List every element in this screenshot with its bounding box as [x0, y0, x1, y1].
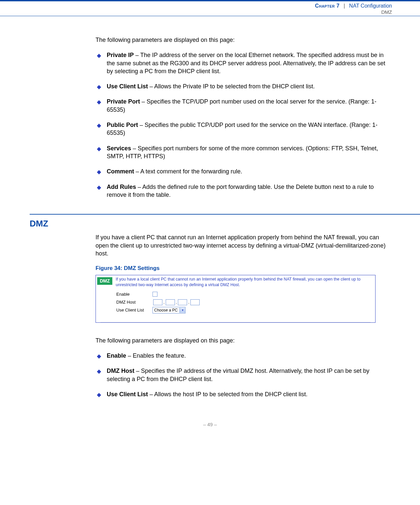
header-subtitle: DMZ — [315, 9, 392, 15]
param-term: Private IP — [107, 52, 134, 58]
field-label-dmz-host: DMZ Host — [116, 299, 153, 305]
param-term: Public Port — [107, 122, 138, 128]
list-item: ◆ Enable – Enables the feature. — [96, 352, 390, 360]
param-desc: – Specifies the TCP/UDP port number used… — [107, 98, 377, 113]
page-number: – 49 – — [0, 421, 420, 428]
diamond-bullet-icon: ◆ — [97, 184, 101, 192]
param-desc: – Enables the feature. — [126, 352, 186, 359]
diamond-bullet-icon: ◆ — [97, 168, 101, 176]
ip-octet-2[interactable] — [166, 299, 175, 305]
param-desc: – A text comment for the forwarding rule… — [134, 168, 242, 175]
list-item: ◆ Comment – A text comment for the forwa… — [96, 167, 390, 175]
figure-fields: Enable DMZ Host . . . Use Client List Ch… — [96, 290, 375, 320]
param-desc: – The IP address of the server on the lo… — [107, 52, 385, 74]
figure-inner-divider — [100, 322, 371, 322]
document-page: Chapter 7 | NAT Configuration DMZ The fo… — [0, 0, 420, 441]
list-item: ◆ Private Port – Specifies the TCP/UDP p… — [96, 98, 390, 114]
list-item: ◆ Add Rules – Adds the defined rule to t… — [96, 183, 390, 199]
section-divider — [30, 214, 420, 215]
page-header-text: Chapter 7 | NAT Configuration DMZ — [315, 3, 392, 15]
chevron-down-icon: ▾ — [180, 308, 185, 313]
list-item: ◆ DMZ Host – Specifies the IP address of… — [96, 367, 390, 383]
ip-octet-3[interactable] — [178, 299, 187, 305]
chapter-label: Chapter 7 — [315, 3, 340, 9]
list-item: ◆ Use Client List – Allows the host IP t… — [96, 390, 390, 398]
ip-octet-4[interactable] — [190, 299, 200, 305]
ip-octet-1[interactable] — [153, 299, 162, 305]
select-value: Choose a PC — [154, 308, 178, 313]
diamond-bullet-icon: ◆ — [97, 368, 101, 375]
section-heading-dmz: DMZ — [30, 218, 420, 229]
param-term: DMZ Host — [107, 368, 134, 374]
param-desc: – Allows the Private IP to be selected f… — [148, 83, 315, 90]
header-sep: | — [344, 3, 345, 9]
param-term: Use Client List — [107, 391, 148, 398]
figure-caption: Figure 34: DMZ Settings — [96, 265, 390, 272]
enable-checkbox[interactable] — [153, 292, 157, 297]
figure-dmz-settings: DMZ If you have a local client PC that c… — [96, 275, 376, 323]
param-desc: – Specifies port numbers for some of the… — [107, 145, 378, 160]
param-desc: – Specifies the IP address of the virtua… — [107, 368, 369, 382]
field-label-enable: Enable — [116, 291, 153, 297]
dot-icon: . — [176, 299, 177, 305]
param-term: Use Client List — [107, 83, 148, 90]
diamond-bullet-icon: ◆ — [97, 52, 101, 60]
page-header-bar: Chapter 7 | NAT Configuration DMZ — [0, 0, 420, 16]
diamond-bullet-icon: ◆ — [97, 99, 101, 106]
list-item: ◆ Private IP – The IP address of the ser… — [96, 51, 390, 75]
param-term: Add Rules — [107, 184, 136, 190]
diamond-bullet-icon: ◆ — [97, 145, 101, 153]
intro-paragraph-2: The following parameters are displayed o… — [96, 337, 390, 344]
field-label-use-client: Use Client List — [116, 307, 153, 313]
chapter-title: NAT Configuration — [349, 3, 392, 9]
intro-paragraph-1: The following parameters are displayed o… — [96, 36, 390, 44]
list-item: ◆ Services – Specifies port numbers for … — [96, 144, 390, 161]
diamond-bullet-icon: ◆ — [97, 122, 101, 130]
param-desc: – Specifies the public TCP/UDP port used… — [107, 122, 378, 136]
section-paragraph: If you have a client PC that cannot run … — [96, 233, 390, 257]
client-list-select[interactable]: Choose a PC ▾ — [153, 307, 185, 313]
dmz-badge: DMZ — [97, 277, 112, 285]
param-term: Enable — [107, 352, 126, 359]
param-desc: – Adds the defined rule to the port forw… — [107, 184, 374, 198]
diamond-bullet-icon: ◆ — [97, 353, 101, 360]
parameter-list-1: ◆ Private IP – The IP address of the ser… — [96, 51, 390, 199]
param-term: Services — [107, 145, 131, 152]
diamond-bullet-icon: ◆ — [97, 391, 101, 399]
dot-icon: . — [188, 299, 189, 305]
list-item: ◆ Use Client List – Allows the Private I… — [96, 82, 390, 90]
param-term: Comment — [107, 168, 134, 175]
diamond-bullet-icon: ◆ — [97, 83, 101, 91]
param-desc: – Allows the host IP to be selected from… — [148, 391, 308, 398]
parameter-list-2: ◆ Enable – Enables the feature. ◆ DMZ Ho… — [96, 352, 390, 398]
list-item: ◆ Public Port – Specifies the public TCP… — [96, 121, 390, 137]
param-term: Private Port — [107, 98, 140, 105]
figure-description: If you have a local client PC that canno… — [116, 277, 375, 288]
dot-icon: . — [163, 299, 165, 305]
